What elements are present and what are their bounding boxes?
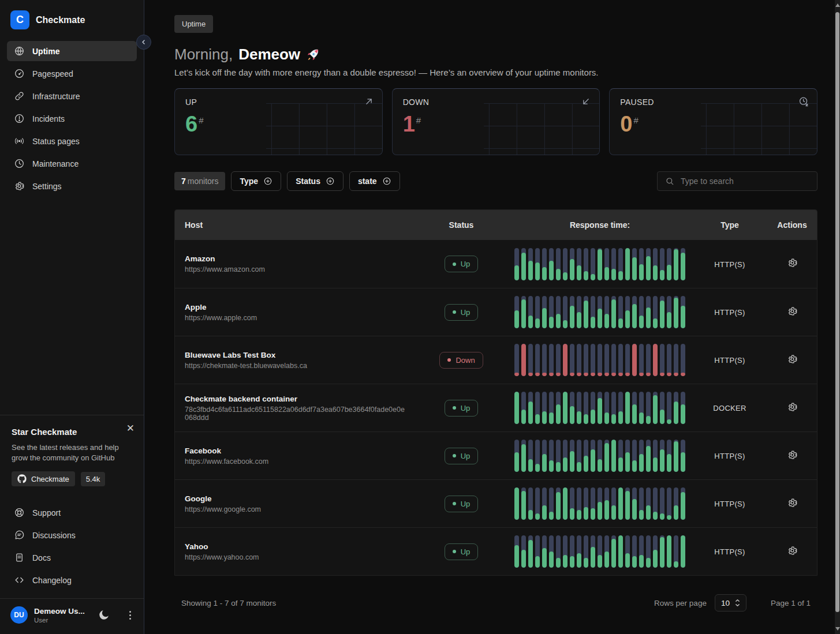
greeting: Morning, Demeow xyxy=(174,46,817,63)
status-label: Up xyxy=(461,500,471,508)
filter-button-state[interactable]: state xyxy=(349,171,400,191)
response-bar xyxy=(563,296,568,328)
table-row-checkmate-backend-container[interactable]: Checkmate backend container78c3fbd4c6fa6… xyxy=(175,384,817,432)
github-stars-badge[interactable]: 5.4k xyxy=(81,472,106,486)
monitors-count-chip[interactable]: 7monitors xyxy=(174,172,225,190)
response-bar xyxy=(611,344,616,376)
message-icon xyxy=(14,530,25,541)
response-bar xyxy=(528,535,533,568)
response-bar xyxy=(667,392,671,424)
star-card-title: Star Checkmate xyxy=(12,427,132,437)
scrollbar-down-arrow-icon[interactable] xyxy=(835,625,840,633)
host-cell: Amazonhttps://www.amazon.com xyxy=(175,254,415,273)
sidebar-item-discussions[interactable]: Discussions xyxy=(7,525,137,545)
github-button[interactable]: Checkmate xyxy=(12,471,75,486)
scrollbar-thumb[interactable] xyxy=(835,12,839,612)
stat-suffix: # xyxy=(199,115,203,125)
stat-suffix: # xyxy=(633,115,638,125)
response-bar xyxy=(521,487,526,520)
response-bar xyxy=(521,344,526,376)
table-row-google[interactable]: Googlehttps://www.google.comUpHTTP(S) xyxy=(175,479,817,527)
response-bar xyxy=(653,296,658,328)
rows-per-page: Rows per page 10 Page 1 of 1 xyxy=(654,594,811,612)
response-bar xyxy=(639,344,644,376)
host-name: Yahoo xyxy=(185,542,415,551)
response-bar xyxy=(598,344,602,376)
table-row-bluewave-labs-test-box[interactable]: Bluewave Labs Test Boxhttps://chekmate-t… xyxy=(175,336,817,384)
row-settings-button[interactable] xyxy=(787,257,798,270)
table-row-apple[interactable]: Applehttps://www.apple.comUpHTTP(S) xyxy=(175,288,817,336)
response-bar xyxy=(674,296,678,328)
response-bar xyxy=(584,392,588,424)
stats-row: UP6#DOWN1#PAUSED0# xyxy=(174,88,817,155)
search-box[interactable] xyxy=(657,171,817,191)
sidebar-item-support[interactable]: Support xyxy=(7,502,137,523)
sidebar-item-status-pages[interactable]: Status pages xyxy=(7,131,137,151)
response-bar xyxy=(549,392,554,424)
host-cell: Checkmate backend container78c3fbd4c6fa6… xyxy=(175,395,415,422)
response-bar xyxy=(611,248,616,280)
sidebar-item-docs[interactable]: Docs xyxy=(7,547,137,568)
response-bar xyxy=(611,296,616,328)
close-icon[interactable]: ✕ xyxy=(126,423,135,433)
response-bar xyxy=(653,535,658,568)
response-bar xyxy=(570,392,574,424)
row-settings-button[interactable] xyxy=(787,545,798,558)
row-settings-button[interactable] xyxy=(787,402,798,414)
filter-button-type[interactable]: Type xyxy=(231,171,281,191)
sidebar-item-label: Changelog xyxy=(32,576,72,585)
rows-per-page-select[interactable]: 10 xyxy=(715,594,746,612)
row-settings-button[interactable] xyxy=(787,306,798,318)
host-cell: Applehttps://www.apple.com xyxy=(175,303,415,322)
sidebar-collapse-button[interactable] xyxy=(136,35,151,50)
status-cell: Up xyxy=(415,256,507,272)
response-bar xyxy=(528,487,533,520)
globe-icon xyxy=(14,46,25,57)
response-bar xyxy=(570,440,574,472)
checkmate-logo: C xyxy=(10,10,29,29)
sidebar-item-settings[interactable]: Settings xyxy=(7,176,137,196)
response-bar xyxy=(618,296,623,328)
row-settings-button[interactable] xyxy=(787,497,798,510)
response-bar xyxy=(514,248,519,280)
response-bar xyxy=(618,392,623,424)
scrollbar[interactable] xyxy=(835,0,840,634)
sidebar-item-infrastructure[interactable]: Infrastructure xyxy=(7,86,137,106)
stat-card-down: DOWN1# xyxy=(392,88,600,155)
response-bar xyxy=(667,296,671,328)
response-bar xyxy=(681,392,685,424)
sidebar-item-maintenance[interactable]: Maintenance xyxy=(7,153,137,174)
response-bar xyxy=(653,248,658,280)
status-badge: Up xyxy=(445,448,479,464)
table-row-facebook[interactable]: Facebookhttps://www.facebook.comUpHTTP(S… xyxy=(175,432,817,479)
user-meta: Demeow Us... User xyxy=(34,607,91,624)
response-bar xyxy=(584,296,588,328)
filter-button-status[interactable]: Status xyxy=(287,171,344,191)
clock-icon xyxy=(14,158,25,169)
response-bar xyxy=(660,487,664,520)
plus-circle-icon xyxy=(382,177,391,186)
kebab-menu-icon[interactable] xyxy=(126,610,135,621)
response-bar xyxy=(549,296,554,328)
scrollbar-up-arrow-icon[interactable] xyxy=(835,1,840,9)
sidebar-item-changelog[interactable]: Changelog xyxy=(7,570,137,590)
sidebar-item-incidents[interactable]: Incidents xyxy=(7,108,137,129)
row-settings-button[interactable] xyxy=(787,354,798,366)
response-bar xyxy=(535,440,540,472)
response-bar xyxy=(521,248,526,280)
moon-icon[interactable] xyxy=(98,609,110,621)
response-bar xyxy=(611,487,616,520)
sidebar-item-pagespeed[interactable]: Pagespeed xyxy=(7,63,137,84)
response-bar xyxy=(528,392,533,424)
search-input[interactable] xyxy=(681,177,809,186)
response-bar xyxy=(646,344,651,376)
response-time-chart xyxy=(514,440,685,472)
row-settings-button[interactable] xyxy=(787,449,798,462)
table-row-amazon[interactable]: Amazonhttps://www.amazon.comUpHTTP(S) xyxy=(175,240,817,288)
response-bar xyxy=(625,296,630,328)
sidebar-item-uptime[interactable]: Uptime xyxy=(7,41,137,61)
response-bar xyxy=(563,392,568,424)
table-row-yahoo[interactable]: Yahoohttps://www.yahoo.comUpHTTP(S) xyxy=(175,527,817,575)
monitor-type: HTTP(S) xyxy=(714,452,745,460)
uptime-tag[interactable]: Uptime xyxy=(174,15,213,33)
